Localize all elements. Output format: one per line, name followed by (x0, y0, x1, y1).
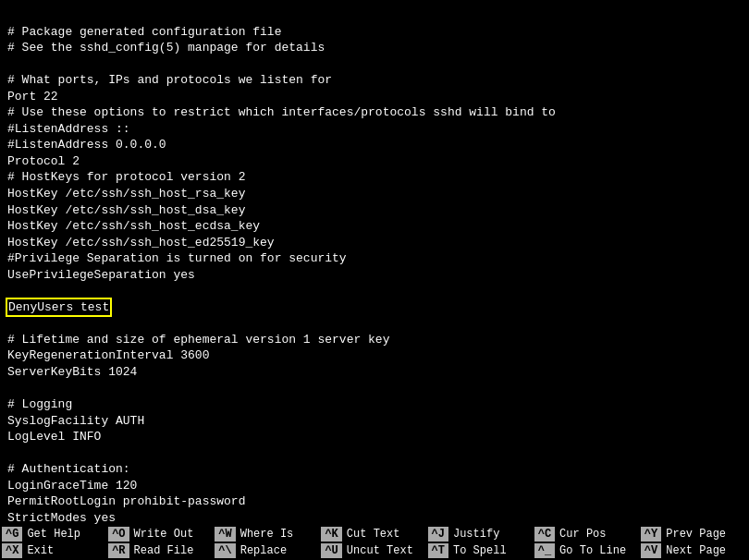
editor-line: #Privilege Separation is turned on for s… (7, 250, 742, 267)
editor-line: PermitRootLogin prohibit-password (7, 493, 742, 510)
shortcut-item[interactable]: ^OWrite Out (108, 527, 215, 542)
shortcut-item[interactable]: ^JJustify (428, 527, 534, 542)
shortcut-label: Prev Page (666, 528, 726, 541)
shortcut-label: Cut Text (347, 528, 400, 541)
shortcut-label: Replace (240, 544, 287, 557)
editor-line: SyslogFacility AUTH (7, 413, 742, 430)
editor-area[interactable]: # Package generated configuration file# … (0, 4, 749, 525)
shortcut-label: Uncut Text (347, 544, 413, 557)
shortcut-column: ^OWrite Out^RRead File (108, 527, 215, 558)
editor-line: # Lifetime and size of ephemeral version… (7, 332, 742, 348)
editor-line: # Use these options to restrict which in… (7, 104, 742, 121)
editor-line: HostKey /etc/ssh/ssh_host_ecdsa_key (7, 218, 742, 235)
shortcut-key: ^Y (641, 527, 661, 542)
shortcut-column: ^CCur Pos^_Go To Line (534, 527, 641, 558)
editor-line (7, 315, 742, 332)
shortcut-key: ^\ (215, 543, 235, 558)
shortcut-key: ^R (108, 543, 129, 558)
editor-line: #ListenAddress :: (7, 121, 742, 138)
shortcut-label: Cur Pos (559, 528, 606, 541)
shortcut-column: ^JJustify^TTo Spell (428, 527, 534, 558)
shortcut-item[interactable]: ^CCur Pos (534, 527, 641, 542)
editor-line (7, 381, 742, 397)
shortcut-label: Go To Line (559, 544, 626, 557)
shortcut-label: Read File (134, 544, 194, 557)
shortcut-item[interactable]: ^VNext Page (641, 543, 747, 558)
shortcut-column: ^KCut Text^UUncut Text (321, 527, 427, 558)
shortcut-label: Exit (27, 544, 54, 557)
nano-editor: # Package generated configuration file# … (0, 0, 749, 560)
shortcut-label: Write Out (134, 528, 194, 541)
editor-line: KeyRegenerationInterval 3600 (7, 347, 742, 364)
editor-line: Port 22 (7, 89, 742, 105)
editor-line: # Authentication: (7, 461, 742, 478)
shortcut-item[interactable]: ^\Replace (215, 543, 321, 558)
editor-line: LoginGraceTime 120 (7, 478, 742, 494)
editor-line (7, 445, 742, 462)
shortcut-key: ^G (2, 527, 22, 542)
editor-line: ServerKeyBits 1024 (7, 364, 742, 381)
shortcut-key: ^J (428, 527, 448, 542)
editor-line: Protocol 2 (7, 153, 742, 170)
shortcut-key: ^V (641, 543, 661, 558)
shortcut-item[interactable]: ^RRead File (108, 543, 215, 558)
editor-line: LogLevel INFO (7, 429, 742, 445)
shortcut-item[interactable]: ^GGet Help (2, 527, 108, 542)
editor-line: # See the sshd_config(5) manpage for det… (7, 40, 742, 56)
shortcut-key: ^U (321, 543, 341, 558)
shortcut-item[interactable]: ^_Go To Line (534, 543, 641, 558)
shortcut-item[interactable]: ^KCut Text (321, 527, 427, 542)
shortcut-label: Next Page (666, 544, 726, 557)
shortcut-key: ^K (321, 527, 341, 542)
shortcut-key: ^O (108, 527, 129, 542)
editor-line: HostKey /etc/ssh/ssh_host_rsa_key (7, 186, 742, 202)
editor-line (7, 283, 742, 299)
shortcut-item[interactable]: ^WWhere Is (215, 527, 321, 542)
editor-line: StrictModes yes (7, 510, 742, 525)
editor-line (7, 56, 742, 73)
editor-line: #ListenAddress 0.0.0.0 (7, 137, 742, 153)
editor-line: HostKey /etc/ssh/ssh_host_ed25519_key (7, 235, 742, 251)
shortcut-label: To Spell (453, 544, 507, 557)
shortcut-key: ^C (534, 527, 555, 542)
shortcut-key: ^X (2, 543, 22, 558)
shortcut-key: ^_ (534, 543, 555, 558)
editor-line: UsePrivilegeSeparation yes (7, 267, 742, 284)
shortcut-item[interactable]: ^XExit (2, 543, 108, 558)
editor-line: DenyUsers test (7, 299, 742, 316)
shortcut-item[interactable]: ^UUncut Text (321, 543, 427, 558)
editor-line (7, 7, 742, 24)
shortcut-column: ^WWhere Is^\Replace (215, 527, 321, 558)
shortcut-column: ^GGet Help^XExit (2, 527, 108, 558)
editor-line: # Logging (7, 396, 742, 413)
shortcut-key: ^T (428, 543, 448, 558)
shortcut-column: ^YPrev Page^VNext Page (641, 527, 747, 558)
editor-line: # HostKeys for protocol version 2 (7, 169, 742, 186)
shortcut-bar: ^GGet Help^XExit^OWrite Out^RRead File^W… (0, 525, 749, 560)
shortcut-label: Get Help (27, 528, 80, 541)
shortcut-item[interactable]: ^YPrev Page (641, 527, 747, 542)
shortcut-item[interactable]: ^TTo Spell (428, 543, 534, 558)
shortcut-label: Where Is (240, 528, 294, 541)
editor-line: HostKey /etc/ssh/ssh_host_dsa_key (7, 202, 742, 219)
shortcut-key: ^W (215, 527, 235, 542)
editor-line: # Package generated configuration file (7, 24, 742, 41)
shortcut-label: Justify (453, 528, 499, 541)
editor-line: # What ports, IPs and protocols we liste… (7, 72, 742, 89)
